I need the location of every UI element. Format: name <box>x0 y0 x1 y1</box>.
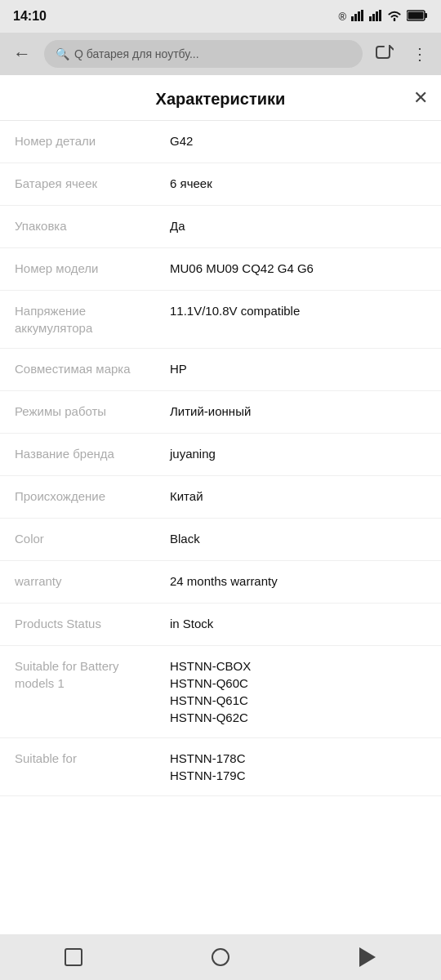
spec-value: in Stock <box>170 615 426 632</box>
spec-label: Номер модели <box>15 260 170 277</box>
spec-row: Номер деталиG42 <box>0 121 441 163</box>
svg-rect-3 <box>361 10 363 21</box>
status-icons: ® <box>338 10 428 24</box>
close-button[interactable]: ✕ <box>413 89 428 107</box>
battery-icon <box>407 10 428 24</box>
spec-value: Да <box>170 217 426 234</box>
spec-row: warranty24 months warranty <box>0 561 441 604</box>
svg-rect-2 <box>358 11 360 21</box>
registered-icon: ® <box>338 11 346 23</box>
spec-value: juyaning <box>170 445 426 462</box>
back-nav-icon <box>359 947 376 967</box>
spec-row: Режимы работыЛитий-ионный <box>0 391 441 434</box>
specs-modal: Характеристики ✕ Номер деталиG42Батарея … <box>0 75 441 973</box>
spec-label: Происхождение <box>15 488 170 505</box>
spec-label: Упаковка <box>15 217 170 234</box>
spec-label: warranty <box>15 572 170 590</box>
spec-value: MU06 MU09 CQ42 G4 G6 <box>170 260 426 277</box>
svg-rect-5 <box>372 14 375 21</box>
spec-label: Products Status <box>15 615 170 632</box>
spec-value: G42 <box>170 132 426 149</box>
nav-bar <box>0 934 441 980</box>
svg-rect-10 <box>408 11 424 19</box>
svg-rect-4 <box>369 16 372 21</box>
spec-value: Black <box>170 530 426 547</box>
back-button[interactable]: ← <box>8 38 36 69</box>
status-time: 14:10 <box>13 9 47 24</box>
modal-header: Характеристики ✕ <box>0 75 441 121</box>
svg-rect-0 <box>351 16 354 21</box>
spec-value: Китай <box>170 488 426 505</box>
spec-value: HSTNN-178C HSTNN-179C <box>170 750 426 784</box>
browser-toolbar: ← 🔍 Q батарея для ноутбу... ⋮ <box>0 33 441 75</box>
spec-row: Products Statusin Stock <box>0 604 441 646</box>
spec-label: Suitable for Battery models 1 <box>15 657 170 692</box>
spec-label: Совместимая марка <box>15 360 170 377</box>
svg-rect-7 <box>379 10 381 21</box>
menu-button[interactable]: ⋮ <box>407 39 433 69</box>
spec-label: Color <box>15 530 170 547</box>
spec-value: 6 ячеек <box>170 175 426 192</box>
spec-row: Напряжение аккумулятора11.1V/10.8V compa… <box>0 291 441 349</box>
spec-value: 24 months warranty <box>170 572 426 590</box>
svg-rect-9 <box>425 13 427 18</box>
spec-row: Название брендаjuyaning <box>0 434 441 476</box>
share-button[interactable] <box>371 38 399 70</box>
spec-row: ColorBlack <box>0 519 441 561</box>
spec-row: Номер моделиMU06 MU09 CQ42 G4 G6 <box>0 248 441 291</box>
recent-apps-button[interactable] <box>54 938 93 977</box>
signal-icon-1 <box>351 10 364 24</box>
spec-row: Suitable forHSTNN-178C HSTNN-179C <box>0 738 441 796</box>
status-bar: 14:10 ® <box>0 0 441 33</box>
wifi-icon <box>387 10 402 24</box>
spec-label: Название бренда <box>15 445 170 462</box>
spec-label: Suitable for <box>15 750 170 767</box>
search-icon: 🔍 <box>56 47 69 60</box>
spec-value: Литий-ионный <box>170 403 426 420</box>
spec-value: HSTNN-CBOX HSTNN-Q60C HSTNN-Q61C HSTNN-Q… <box>170 657 426 726</box>
spec-value: 11.1V/10.8V compatible <box>170 302 426 319</box>
modal-title: Характеристики <box>156 90 286 109</box>
spec-label: Батарея ячеек <box>15 175 170 192</box>
back-nav-button[interactable] <box>348 938 387 977</box>
spec-row: УпаковкаДа <box>0 206 441 248</box>
specs-table: Номер деталиG42Батарея ячеек6 ячеекУпако… <box>0 121 441 796</box>
spec-label: Напряжение аккумулятора <box>15 302 170 336</box>
svg-rect-6 <box>376 11 378 21</box>
spec-label: Номер детали <box>15 132 170 149</box>
home-button[interactable] <box>201 938 240 977</box>
search-text: Q батарея для ноутбу... <box>74 47 199 60</box>
spec-row: Совместимая маркаHP <box>0 349 441 391</box>
spec-label: Режимы работы <box>15 403 170 420</box>
spec-value: HP <box>170 360 426 377</box>
home-icon <box>212 948 229 966</box>
spec-row: Батарея ячеек6 ячеек <box>0 163 441 206</box>
signal-icon-2 <box>369 10 382 24</box>
svg-rect-1 <box>354 14 357 21</box>
spec-row: ПроисхождениеКитай <box>0 476 441 519</box>
recent-apps-icon <box>65 948 82 966</box>
search-bar[interactable]: 🔍 Q батарея для ноутбу... <box>44 40 363 68</box>
spec-row: Suitable for Battery models 1HSTNN-CBOX … <box>0 646 441 738</box>
